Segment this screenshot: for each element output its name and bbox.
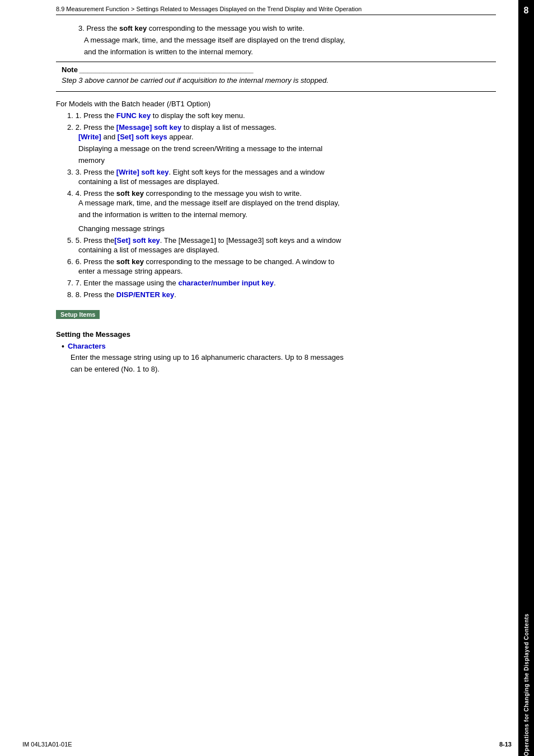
step2-text: 2. Press the [Message] soft key to displ… [76,123,277,132]
step6-detail-text: enter a message string appears. [78,267,496,275]
step4-num: 4. [67,189,73,198]
header-text: 8.9 Measurement Function > Settings Rela… [56,6,362,12]
step5-container: 5. 5. Press the[Set] soft key. The [Mess… [67,236,496,245]
step2-prefix: 2. Press the [76,123,116,132]
step4-container: 4. 4. Press the soft key corresponding t… [67,189,496,198]
step6-suffix: corresponding to the message to be chang… [144,257,334,266]
batch-header: For Models with the Batch header (/BT1 O… [56,100,496,108]
characters-bullet: • Characters [62,342,496,351]
step1-container: 1. 1. Press the FUNC key to display the … [67,111,496,120]
step2-key1: [Write] [78,133,101,141]
step2-suffix: to display a list of messages. [181,123,277,132]
step1-prefix: 1. Press the [76,111,116,120]
step3b-text: 3. Press the [Write] soft key. Eight sof… [76,168,325,176]
step1-suffix: to display the soft key menu. [151,111,245,120]
changing-heading: Changing message strings [78,224,496,233]
step4-prefix: 4. Press the [76,189,116,198]
step8-key: DISP/ENTER key [116,290,174,299]
step2-appear: appear. [167,133,194,141]
step3b-detail-text: containing a list of messages are displa… [78,177,496,186]
characters-detail: Enter the message string using up to 16 … [71,353,496,373]
footer-right: 8-13 [499,741,512,748]
step3b-detail: containing a list of messages are displa… [78,177,496,186]
note-box: Note ___________________________________… [56,62,496,92]
step6-detail: enter a message string appears. [78,267,496,275]
setup-items-badge: Setup Items [56,310,100,319]
display-msg-line1: Displaying a message on the trend screen… [78,144,496,153]
step6-container: 6. 6. Press the soft key corresponding t… [67,257,496,266]
step4-detail2: and the information is written to the in… [78,210,496,219]
bullet-icon: • [62,342,64,351]
step7-container: 7. 7. Enter the massage using the charac… [67,279,496,287]
step6-num: 6. [67,257,73,266]
display-message-heading: Displaying a message on the trend screen… [78,144,496,165]
step5-prefix: 5. Press the [76,236,114,245]
step3b-num: 3. [67,168,73,176]
setup-items-label: Setup Items [60,311,95,318]
page-footer: IM 04L31A01-01E 8-13 [22,741,512,748]
side-tab-text: Operations for Changing the Displayed Co… [523,24,530,756]
step1-key: FUNC key [116,111,151,120]
step2-sub: [Write] and [Set] soft keys appear. [78,133,496,141]
setting-messages-title: Setting the Messages [56,330,496,339]
step5-suffix: . The [Message1] to [Message3] soft keys… [160,236,341,245]
step3b-prefix: 3. Press the [76,168,116,176]
step4-detail: A message mark, time, and the message it… [78,199,496,219]
note-rule: ________________________________________… [80,65,254,74]
step6-text: 6. Press the soft key corresponding to t… [76,257,335,266]
step8-suffix: . [174,290,176,299]
display-msg-line2: memory [78,156,496,165]
step7-suffix: . [274,279,276,287]
step7-num: 7. [67,279,73,287]
batch-section: For Models with the Batch header (/BT1 O… [56,100,496,299]
step2-num: 2. [67,123,73,132]
setting-messages-section: Setting the Messages • Characters Enter … [56,330,496,373]
step3b-key: [Write] soft key [116,168,169,176]
step4-key: soft key [116,189,144,198]
step7-prefix: 7. Enter the massage using the [76,279,179,287]
characters-label: Characters [68,342,106,350]
characters-detail-line1: Enter the message string using up to 16 … [71,353,496,361]
step8-text: 8. Press the DISP/ENTER key. [76,290,176,299]
step1-num: 1. [67,111,73,120]
step2-key: [Message] soft key [116,123,181,132]
step5-num: 5. [67,236,73,245]
note-text: Step 3 above cannot be carried out if ac… [62,76,490,84]
step5-detail: containing a list of messages are displa… [78,246,496,254]
step2-key2: [Set] soft keys [118,133,167,141]
step8-prefix: 8. Press the [76,290,116,299]
step4-text: 4. Press the soft key corresponding to t… [76,189,302,198]
step3b-container: 3. 3. Press the [Write] soft key. Eight … [67,168,496,176]
step2-container: 2. 2. Press the [Message] soft key to di… [67,123,496,132]
side-tab-number: 8 [524,0,529,24]
setup-section: Setup Items Setting the Messages • Chara… [56,310,496,373]
footer-left: IM 04L31A01-01E [22,741,72,748]
step8-container: 8. 8. Press the DISP/ENTER key. [67,290,496,299]
step3a-suffix: corresponding to the message you wish to… [147,24,305,32]
step1-text: 1. Press the FUNC key to display the sof… [76,111,245,120]
step3a-detail1: A message mark, time, and the message it… [84,36,496,44]
step5-detail-text: containing a list of messages are displa… [78,246,496,254]
side-tab: 8 Operations for Changing the Displayed … [518,0,534,756]
step3a-key: soft key [119,24,147,32]
step3a-text: 3. Press the soft key corresponding to t… [78,24,496,32]
step3a-detail2: and the information is written to the in… [84,48,496,56]
step6-prefix: 6. Press the [76,257,116,266]
step7-text: 7. Enter the massage using the character… [76,279,276,287]
step3a-prefix: 3. Press the [78,24,119,32]
step3a-container: 3. Press the soft key corresponding to t… [78,24,496,56]
step8-num: 8. [67,290,73,299]
characters-detail-line2: can be entered (No. 1 to 8). [71,365,496,373]
step2-and: and [101,133,118,141]
step4-detail1: A message mark, time, and the message it… [78,199,496,207]
step4-suffix: corresponding to the message you wish to… [144,189,302,198]
changing-text: Changing message strings [78,224,496,233]
page-header: 8.9 Measurement Function > Settings Rela… [56,6,496,15]
note-label: Note [62,65,78,74]
step7-key: character/number input key [178,279,274,287]
step6-key: soft key [116,257,144,266]
step3b-suffix: . Eight soft keys for the messages and a… [169,168,325,176]
step5-text: 5. Press the[Set] soft key. The [Message… [76,236,341,245]
step5-key: [Set] soft key [114,236,160,245]
